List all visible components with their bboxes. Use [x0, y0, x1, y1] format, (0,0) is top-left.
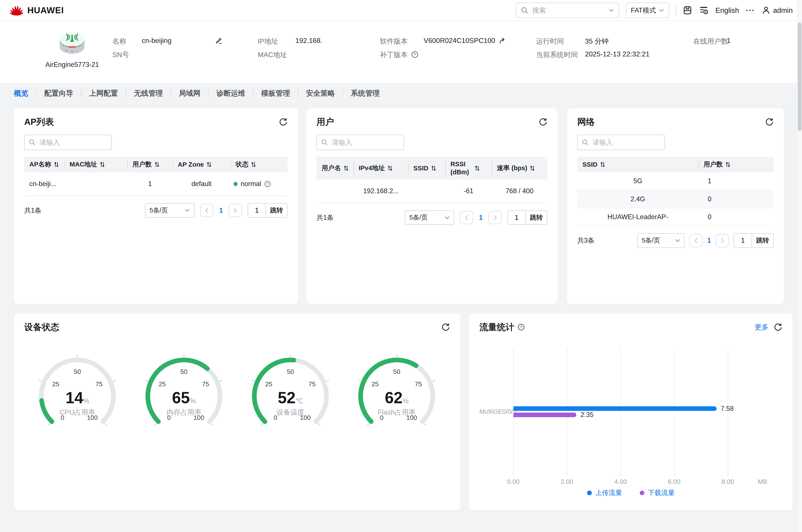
network-search-box[interactable]: [577, 135, 665, 150]
scrollbar-thumb[interactable]: [798, 23, 802, 131]
refresh-icon[interactable]: [441, 323, 450, 331]
user-menu[interactable]: admin: [762, 6, 793, 15]
table-row[interactable]: HUAWEI-LeaderAP- 0: [577, 208, 774, 226]
users-card-title: 用户: [317, 116, 334, 128]
current-page[interactable]: 1: [219, 207, 223, 214]
axis-tick: [567, 473, 568, 476]
svg-text:50: 50: [74, 368, 81, 375]
legend-item[interactable]: 下载流量: [640, 488, 675, 497]
page-jump-input[interactable]: [734, 234, 751, 247]
search-icon: [582, 139, 589, 146]
prev-page-button[interactable]: [460, 211, 473, 224]
prev-page-button[interactable]: [689, 234, 703, 247]
mode-select[interactable]: FAT模式: [626, 3, 669, 18]
tab-template-mgmt[interactable]: 模板管理: [261, 89, 290, 98]
current-page[interactable]: 1: [479, 214, 483, 222]
tab-wireless-mgmt[interactable]: 无线管理: [134, 89, 163, 98]
sort-icon[interactable]: [154, 162, 160, 168]
chevron-down-icon[interactable]: [609, 9, 614, 12]
field-online-users-value: 1: [727, 37, 730, 45]
edit-icon: [215, 37, 223, 44]
sort-icon[interactable]: [100, 162, 105, 168]
sort-icon[interactable]: [530, 165, 535, 171]
save-icon[interactable]: [683, 6, 692, 15]
ap-users-cell: 1: [127, 180, 172, 188]
svg-text:25: 25: [371, 380, 379, 387]
ssid-users-cell: 0: [698, 213, 774, 221]
sort-icon[interactable]: [344, 165, 349, 171]
current-page[interactable]: 1: [707, 236, 711, 244]
users-search-box[interactable]: [317, 135, 404, 150]
page-jump-input[interactable]: [508, 211, 526, 224]
sort-icon[interactable]: [600, 162, 605, 168]
global-search[interactable]: [516, 3, 619, 18]
page-size-select[interactable]: 5条/页: [637, 233, 685, 248]
field-patch: 补丁版本 ?: [380, 50, 422, 59]
scrollbar[interactable]: [797, 0, 802, 532]
page-jump-button[interactable]: 跳转: [526, 211, 547, 224]
tab-internet-config[interactable]: 上网配置: [89, 89, 118, 98]
help-icon[interactable]: ?: [411, 51, 418, 58]
next-page-button[interactable]: [229, 204, 242, 217]
page-size-select[interactable]: 5条/页: [405, 210, 454, 225]
search-input[interactable]: [531, 6, 606, 15]
ap-search-input[interactable]: [39, 138, 107, 147]
tab-overview[interactable]: 概览: [14, 89, 28, 98]
page-jump-button[interactable]: 跳转: [752, 234, 773, 247]
table-row[interactable]: cn-beiji... 1 default normal ?: [24, 172, 287, 196]
page-size-select[interactable]: 5条/页: [145, 203, 194, 217]
prev-page-button[interactable]: [200, 204, 214, 217]
next-page-button[interactable]: [488, 211, 502, 224]
tab-security-policy[interactable]: 安全策略: [306, 89, 335, 98]
tab-diagnosis[interactable]: 诊断运维: [216, 89, 245, 98]
search-icon: [521, 7, 528, 14]
table-row[interactable]: 2.4G 0: [577, 190, 774, 208]
table-row[interactable]: 192.168.2... -61 768 / 400: [317, 179, 547, 203]
network-search-input[interactable]: [592, 138, 660, 147]
more-link[interactable]: 更多: [755, 322, 768, 332]
tab-lan[interactable]: 局域网: [179, 89, 200, 98]
edit-name-button[interactable]: [215, 37, 223, 44]
ap-zone-cell: default: [173, 180, 230, 188]
users-search-input[interactable]: [331, 138, 400, 147]
help-icon[interactable]: ?: [517, 324, 525, 331]
help-icon[interactable]: ?: [264, 180, 271, 187]
bar-value-label: 7.58: [721, 405, 733, 413]
table-row[interactable]: 5G 1: [577, 172, 774, 190]
svg-text:?: ?: [267, 182, 269, 186]
language-switch[interactable]: English: [715, 6, 739, 15]
search-icon: [29, 139, 36, 146]
page: HUAWEI FAT模式: [0, 0, 802, 532]
ap-search-box[interactable]: [24, 135, 112, 150]
refresh-icon[interactable]: [774, 323, 782, 331]
y-axis-line: [513, 348, 514, 473]
device-status-card: 设备状态 025507510014%CPU占用率025507510065%内存占…: [14, 314, 460, 510]
svg-text:25: 25: [52, 380, 59, 387]
more-menu[interactable]: ···: [746, 6, 755, 15]
refresh-icon[interactable]: [279, 118, 287, 126]
sort-icon[interactable]: [251, 162, 256, 168]
sort-icon[interactable]: [475, 165, 480, 171]
sort-icon[interactable]: [725, 162, 730, 168]
sort-icon[interactable]: [431, 165, 436, 171]
status-dot: [233, 182, 237, 186]
refresh-icon[interactable]: [539, 118, 547, 126]
gridline: [674, 348, 674, 473]
page-jump-button[interactable]: 跳转: [266, 204, 287, 217]
tab-system-mgmt[interactable]: 系统管理: [351, 89, 380, 98]
tab-config-wizard[interactable]: 配置向导: [44, 89, 73, 98]
share-icon[interactable]: [499, 37, 506, 44]
page-jump-input[interactable]: [248, 204, 266, 217]
sort-icon[interactable]: [54, 162, 59, 168]
network-card: 网络 SSID 用户数 5G 1: [567, 108, 784, 304]
x-tick-label: 8.00: [721, 478, 734, 486]
axis-tick: [674, 473, 674, 476]
huawei-logo[interactable]: HUAWEI: [9, 5, 64, 16]
sort-icon[interactable]: [387, 165, 393, 171]
next-page-button[interactable]: [716, 234, 729, 247]
sort-icon[interactable]: [207, 162, 212, 168]
log-list-icon[interactable]: [699, 6, 709, 15]
legend-item[interactable]: 上传流量: [587, 488, 622, 497]
bar-series-0: [513, 406, 717, 411]
refresh-icon[interactable]: [765, 118, 774, 126]
